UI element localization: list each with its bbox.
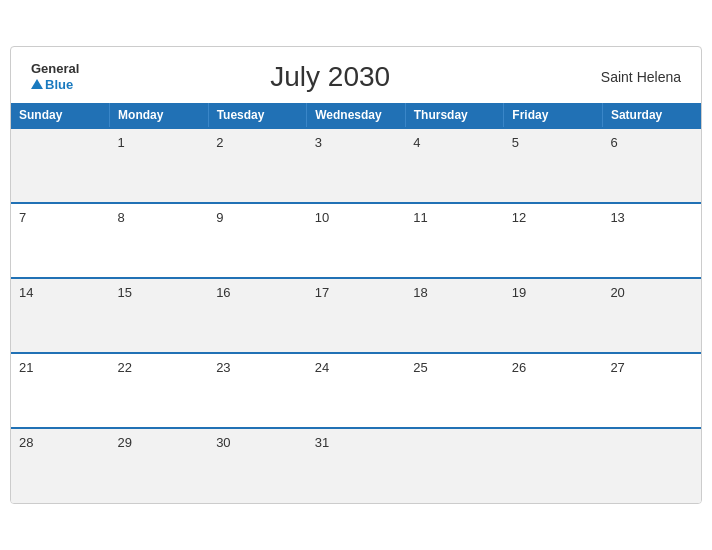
day-number: 6 (610, 135, 617, 150)
day-number: 26 (512, 360, 526, 375)
logo-general-text: General (31, 62, 79, 76)
calendar-day-cell: 13 (602, 203, 701, 278)
day-number: 15 (118, 285, 132, 300)
calendar-container: General Blue July 2030 Saint Helena Sund… (10, 46, 702, 504)
logo-area: General Blue (31, 62, 79, 91)
header-tuesday: Tuesday (208, 103, 307, 128)
calendar-week-row: 21222324252627 (11, 353, 701, 428)
calendar-day-cell: 2 (208, 128, 307, 203)
header-monday: Monday (110, 103, 209, 128)
location-label: Saint Helena (581, 69, 681, 85)
logo-triangle-icon (31, 79, 43, 89)
calendar-day-cell: 31 (307, 428, 406, 503)
day-number: 1 (118, 135, 125, 150)
calendar-header: General Blue July 2030 Saint Helena (11, 47, 701, 103)
day-number: 12 (512, 210, 526, 225)
day-number: 9 (216, 210, 223, 225)
calendar-body: 1234567891011121314151617181920212223242… (11, 128, 701, 503)
day-number: 14 (19, 285, 33, 300)
calendar-day-cell (11, 128, 110, 203)
day-number: 17 (315, 285, 329, 300)
day-number: 21 (19, 360, 33, 375)
day-number: 31 (315, 435, 329, 450)
day-number: 27 (610, 360, 624, 375)
calendar-day-cell: 10 (307, 203, 406, 278)
calendar-day-cell: 25 (405, 353, 504, 428)
day-number: 11 (413, 210, 427, 225)
calendar-day-cell (405, 428, 504, 503)
calendar-day-cell: 23 (208, 353, 307, 428)
day-number: 8 (118, 210, 125, 225)
header-sunday: Sunday (11, 103, 110, 128)
weekday-header-row: Sunday Monday Tuesday Wednesday Thursday… (11, 103, 701, 128)
calendar-day-cell: 19 (504, 278, 603, 353)
header-wednesday: Wednesday (307, 103, 406, 128)
header-friday: Friday (504, 103, 603, 128)
day-number: 16 (216, 285, 230, 300)
day-number: 5 (512, 135, 519, 150)
calendar-day-cell: 5 (504, 128, 603, 203)
calendar-day-cell (504, 428, 603, 503)
day-number: 13 (610, 210, 624, 225)
calendar-day-cell: 26 (504, 353, 603, 428)
calendar-day-cell (602, 428, 701, 503)
day-number: 24 (315, 360, 329, 375)
calendar-week-row: 28293031 (11, 428, 701, 503)
calendar-day-cell: 27 (602, 353, 701, 428)
calendar-day-cell: 18 (405, 278, 504, 353)
calendar-day-cell: 14 (11, 278, 110, 353)
calendar-day-cell: 29 (110, 428, 209, 503)
calendar-day-cell: 11 (405, 203, 504, 278)
day-number: 3 (315, 135, 322, 150)
calendar-day-cell: 22 (110, 353, 209, 428)
calendar-day-cell: 12 (504, 203, 603, 278)
day-number: 20 (610, 285, 624, 300)
day-number: 22 (118, 360, 132, 375)
calendar-week-row: 78910111213 (11, 203, 701, 278)
day-number: 10 (315, 210, 329, 225)
calendar-day-cell: 6 (602, 128, 701, 203)
calendar-day-cell: 15 (110, 278, 209, 353)
day-number: 19 (512, 285, 526, 300)
day-number: 25 (413, 360, 427, 375)
header-thursday: Thursday (405, 103, 504, 128)
day-number: 7 (19, 210, 26, 225)
day-number: 29 (118, 435, 132, 450)
day-number: 30 (216, 435, 230, 450)
calendar-day-cell: 16 (208, 278, 307, 353)
day-number: 28 (19, 435, 33, 450)
day-number: 4 (413, 135, 420, 150)
calendar-day-cell: 17 (307, 278, 406, 353)
calendar-week-row: 14151617181920 (11, 278, 701, 353)
calendar-day-cell: 8 (110, 203, 209, 278)
calendar-day-cell: 28 (11, 428, 110, 503)
calendar-day-cell: 7 (11, 203, 110, 278)
calendar-day-cell: 1 (110, 128, 209, 203)
calendar-week-row: 123456 (11, 128, 701, 203)
calendar-day-cell: 9 (208, 203, 307, 278)
day-number: 23 (216, 360, 230, 375)
calendar-title: July 2030 (79, 61, 581, 93)
calendar-day-cell: 21 (11, 353, 110, 428)
day-number: 2 (216, 135, 223, 150)
day-number: 18 (413, 285, 427, 300)
calendar-day-cell: 3 (307, 128, 406, 203)
calendar-day-cell: 20 (602, 278, 701, 353)
calendar-day-cell: 30 (208, 428, 307, 503)
calendar-day-cell: 24 (307, 353, 406, 428)
calendar-grid: Sunday Monday Tuesday Wednesday Thursday… (11, 103, 701, 503)
logo-blue-text: Blue (31, 77, 73, 92)
header-saturday: Saturday (602, 103, 701, 128)
calendar-day-cell: 4 (405, 128, 504, 203)
